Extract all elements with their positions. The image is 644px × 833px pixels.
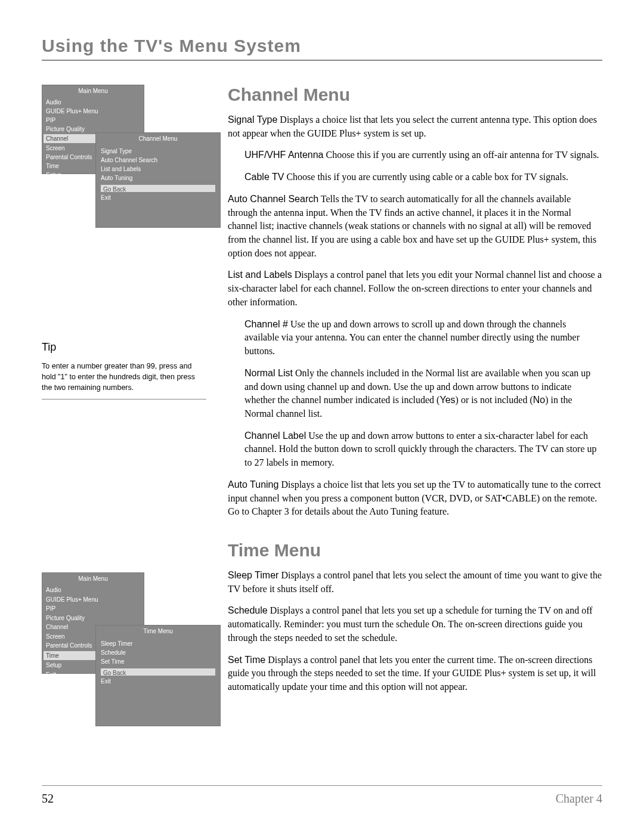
time-menu-heading: Time Menu xyxy=(228,540,602,561)
cable-tv-para: Cable TV Choose this if you are currentl… xyxy=(244,171,602,184)
menu-item: GUIDE Plus+ Menu xyxy=(46,107,140,116)
signal-type-para: Signal Type Displays a choice list that … xyxy=(228,113,602,140)
menu-item: Picture Quality xyxy=(46,614,140,623)
page-title: Using the TV's Menu System xyxy=(42,36,602,61)
set-time-lead: Set Time xyxy=(228,655,265,665)
no-text: No xyxy=(533,395,545,405)
channel-label-lead: Channel Label xyxy=(244,431,306,441)
channel-number-lead: Channel # xyxy=(244,319,288,329)
left-column: Main Menu Audio GUIDE Plus+ Menu PIP Pic… xyxy=(42,85,206,739)
submenu-header: Channel Menu xyxy=(96,133,220,144)
page-footer: 52 Chapter 4 xyxy=(42,785,602,806)
main-menu-header: Main Menu xyxy=(42,573,144,584)
sleep-timer-lead: Sleep Timer xyxy=(228,570,278,580)
page-number: 52 xyxy=(42,792,54,806)
channel-menu-screenshot: Main Menu Audio GUIDE Plus+ Menu PIP Pic… xyxy=(42,85,191,228)
go-back-item: Go Back xyxy=(101,668,215,676)
schedule-para: Schedule Displays a control panel that l… xyxy=(228,604,602,645)
content-columns: Main Menu Audio GUIDE Plus+ Menu PIP Pic… xyxy=(42,85,602,739)
submenu-item: Schedule xyxy=(101,648,215,657)
go-back-item: Go Back xyxy=(101,185,215,192)
signal-type-lead: Signal Type xyxy=(228,114,277,125)
submenu-item: Set Time xyxy=(101,657,215,666)
channel-label-para: Channel Label Use the up and down arrow … xyxy=(244,429,602,470)
auto-tuning-para: Auto Tuning Displays a choice list that … xyxy=(228,478,602,519)
menu-item: Audio xyxy=(46,586,140,595)
menu-item: PIP xyxy=(46,604,140,614)
list-and-labels-para: List and Labels Displays a control panel… xyxy=(228,268,602,309)
submenu-item: Auto Tuning xyxy=(101,174,215,182)
submenu-header: Time Menu xyxy=(96,625,220,637)
submenu-item: Sleep Timer xyxy=(101,639,215,648)
auto-channel-search-para: Auto Channel Search Tells the TV to sear… xyxy=(228,193,602,261)
main-menu-header: Main Menu xyxy=(42,85,144,97)
schedule-lead: Schedule xyxy=(228,605,268,615)
auto-channel-search-lead: Auto Channel Search xyxy=(228,194,318,204)
tip-text: To enter a number greater than 99, press… xyxy=(42,361,206,393)
yes-text: Yes xyxy=(439,395,455,405)
time-submenu-box: Time Menu Sleep Timer Schedule Set Time … xyxy=(95,625,221,726)
time-menu-screenshot: Main Menu Audio GUIDE Plus+ Menu PIP Pic… xyxy=(42,572,191,725)
exit-item: Exit xyxy=(101,193,215,202)
channel-menu-heading: Channel Menu xyxy=(228,85,602,105)
channel-submenu-box: Channel Menu Signal Type Auto Channel Se… xyxy=(95,132,221,228)
auto-tuning-lead: Auto Tuning xyxy=(228,479,278,490)
list-and-labels-lead: List and Labels xyxy=(228,270,292,280)
menu-item: Audio xyxy=(46,98,140,107)
submenu-item: Signal Type xyxy=(101,147,215,156)
uhf-vhf-para: UHF/VHF Antenna Choose this if you are c… xyxy=(244,148,602,162)
cable-tv-lead: Cable TV xyxy=(244,172,284,182)
normal-list-lead: Normal List xyxy=(244,368,293,378)
tip-heading: Tip xyxy=(42,341,206,354)
exit-item: Exit xyxy=(101,677,215,686)
sleep-timer-para: Sleep Timer Displays a control panel tha… xyxy=(228,569,602,596)
menu-item: PIP xyxy=(46,116,140,125)
uhf-vhf-lead: UHF/VHF Antenna xyxy=(244,150,324,160)
menu-item: GUIDE Plus+ Menu xyxy=(46,595,140,605)
chapter-label: Chapter 4 xyxy=(556,792,602,806)
submenu-item: List and Labels xyxy=(101,165,215,174)
submenu-item: Auto Channel Search xyxy=(101,156,215,165)
tip-block: Tip To enter a number greater than 99, p… xyxy=(42,341,206,400)
set-time-para: Set Time Displays a control panel that l… xyxy=(228,654,602,694)
normal-list-para: Normal List Only the channels included i… xyxy=(244,367,602,421)
right-column: Channel Menu Signal Type Displays a choi… xyxy=(228,85,602,739)
channel-number-para: Channel # Use the up and down arrows to … xyxy=(244,318,602,358)
